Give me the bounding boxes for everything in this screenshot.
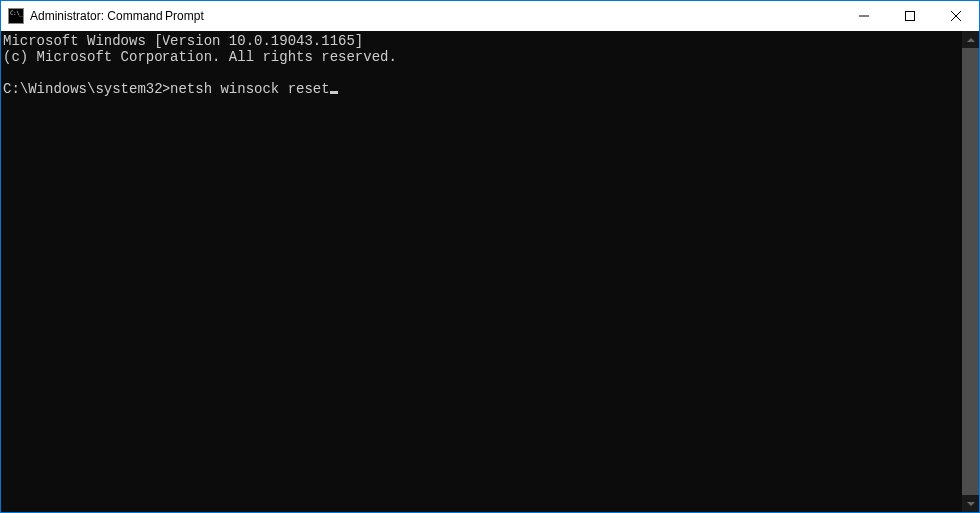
window-title: Administrator: Command Prompt xyxy=(30,9,841,23)
scroll-up-button[interactable] xyxy=(962,31,979,48)
blank-line xyxy=(3,65,962,81)
prompt-path: C:\Windows\system32> xyxy=(3,81,170,97)
vertical-scrollbar[interactable] xyxy=(962,31,979,512)
chevron-down-icon xyxy=(967,502,975,506)
chevron-up-icon xyxy=(967,38,975,42)
close-button[interactable] xyxy=(933,1,979,31)
maximize-icon xyxy=(905,11,915,21)
maximize-button[interactable] xyxy=(887,1,933,31)
typed-command: netsh winsock reset xyxy=(170,81,330,97)
text-cursor xyxy=(330,91,338,94)
minimize-button[interactable] xyxy=(841,1,887,31)
command-prompt-window: Administrator: Command Prompt Microsoft … xyxy=(0,0,980,513)
svg-rect-1 xyxy=(906,12,915,21)
titlebar[interactable]: Administrator: Command Prompt xyxy=(1,1,979,31)
scroll-thumb[interactable] xyxy=(962,48,979,495)
minimize-icon xyxy=(859,11,869,21)
cmd-icon xyxy=(8,8,24,24)
scroll-track[interactable] xyxy=(962,48,979,495)
banner-line-1: Microsoft Windows [Version 10.0.19043.11… xyxy=(3,33,962,49)
scroll-down-button[interactable] xyxy=(962,495,979,512)
window-controls xyxy=(841,1,979,31)
banner-line-2: (c) Microsoft Corporation. All rights re… xyxy=(3,49,962,65)
close-icon xyxy=(951,11,961,21)
client-area: Microsoft Windows [Version 10.0.19043.11… xyxy=(1,31,979,512)
terminal-output[interactable]: Microsoft Windows [Version 10.0.19043.11… xyxy=(1,31,962,512)
prompt-line: C:\Windows\system32>netsh winsock reset xyxy=(3,81,962,97)
